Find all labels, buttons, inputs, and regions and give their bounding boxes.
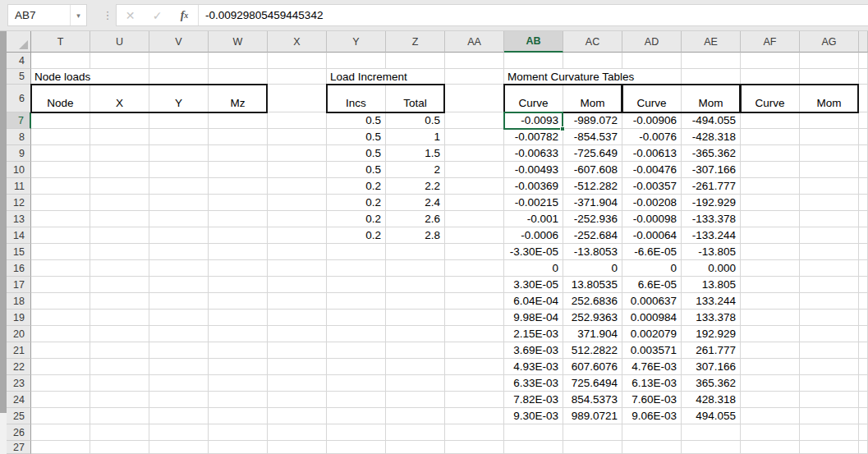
cell-AG21[interactable] (800, 342, 859, 359)
column-header-AE[interactable]: AE (682, 31, 741, 53)
cell-AF5[interactable] (741, 69, 800, 85)
cell-AD20[interactable]: 0.002079 (622, 326, 682, 342)
cell-AC7[interactable]: -989.072 (563, 112, 622, 129)
row-header-19[interactable]: 19 (7, 310, 31, 326)
cell-X26[interactable] (268, 424, 327, 441)
cell-U27[interactable] (90, 441, 149, 454)
cell-W26[interactable] (209, 424, 268, 441)
cell-AD21[interactable]: 0.003571 (622, 342, 682, 359)
cell-partial17[interactable] (859, 277, 868, 293)
cell-T12[interactable] (31, 195, 90, 211)
cell-X17[interactable] (268, 277, 327, 293)
moment_curvature-header-mom-AC[interactable]: Mom (563, 85, 622, 112)
cell-T18[interactable] (31, 293, 90, 310)
column-header-Y[interactable]: Y (327, 31, 386, 53)
cell-AA21[interactable] (445, 342, 504, 359)
cell-partial6[interactable] (859, 85, 868, 112)
cell-AA17[interactable] (445, 277, 504, 293)
cell-AC16[interactable]: 0 (563, 260, 622, 277)
cell-AD7[interactable]: -0.00906 (622, 112, 682, 129)
cell-AA25[interactable] (445, 408, 504, 424)
cell-AC18[interactable]: 252.6836 (563, 293, 622, 310)
cell-V26[interactable] (149, 424, 209, 441)
cell-X19[interactable] (268, 310, 327, 326)
cell-Z20[interactable] (386, 326, 445, 342)
cell-AG26[interactable] (800, 424, 859, 441)
cell-V13[interactable] (149, 211, 209, 227)
cell-V25[interactable] (149, 408, 209, 424)
cell-AC11[interactable]: -512.282 (563, 178, 622, 195)
cell-AF14[interactable] (741, 227, 800, 244)
cell-Y23[interactable] (327, 375, 386, 392)
cell-AE20[interactable]: 192.929 (682, 326, 741, 342)
cell-AF10[interactable] (741, 162, 800, 178)
cell-T4[interactable] (31, 53, 90, 69)
cell-AD4[interactable] (622, 53, 682, 69)
cell-X5[interactable] (268, 69, 327, 85)
cell-Z12[interactable]: 2.4 (386, 195, 445, 211)
cell-AB16[interactable]: 0 (504, 260, 563, 277)
cell-W17[interactable] (209, 277, 268, 293)
row-header-4[interactable]: 4 (7, 53, 31, 69)
cell-AG19[interactable] (800, 310, 859, 326)
cell-Z19[interactable] (386, 310, 445, 326)
row-header-24[interactable]: 24 (7, 392, 31, 408)
cell-Y14[interactable]: 0.2 (327, 227, 386, 244)
cell-X21[interactable] (268, 342, 327, 359)
row-header-18[interactable]: 18 (7, 293, 31, 310)
cell-AC24[interactable]: 854.5373 (563, 392, 622, 408)
column-header-AG[interactable]: AG (800, 31, 859, 53)
column-header-W[interactable]: W (209, 31, 268, 53)
cell-U15[interactable] (90, 244, 149, 260)
cell-V7[interactable] (149, 112, 209, 129)
cell-AF24[interactable] (741, 392, 800, 408)
cell-U8[interactable] (90, 129, 149, 145)
cell-W20[interactable] (209, 326, 268, 342)
cell-AE4[interactable] (682, 53, 741, 69)
moment_curvature-header-curve-AD[interactable]: Curve (622, 85, 682, 112)
cell-AG24[interactable] (800, 392, 859, 408)
cell-W15[interactable] (209, 244, 268, 260)
row-header-7[interactable]: 7 (7, 112, 31, 129)
cell-V19[interactable] (149, 310, 209, 326)
cell-X22[interactable] (268, 359, 327, 375)
row-header-26[interactable]: 26 (7, 424, 31, 441)
cell-W14[interactable] (209, 227, 268, 244)
cell-Y26[interactable] (327, 424, 386, 441)
cell-AF26[interactable] (741, 424, 800, 441)
cell-AC21[interactable]: 512.2822 (563, 342, 622, 359)
cell-U22[interactable] (90, 359, 149, 375)
cell-AE22[interactable]: 307.166 (682, 359, 741, 375)
cell-partial12[interactable] (859, 195, 868, 211)
cell-AF23[interactable] (741, 375, 800, 392)
cell-AA19[interactable] (445, 310, 504, 326)
select-all-corner[interactable] (7, 31, 31, 53)
cell-AF9[interactable] (741, 145, 800, 162)
cell-AG14[interactable] (800, 227, 859, 244)
row-header-12[interactable]: 12 (7, 195, 31, 211)
cell-V11[interactable] (149, 178, 209, 195)
cell-AG9[interactable] (800, 145, 859, 162)
cell-AE24[interactable]: 428.318 (682, 392, 741, 408)
cell-partial19[interactable] (859, 310, 868, 326)
cell-AA7[interactable] (445, 112, 504, 129)
cell-V22[interactable] (149, 359, 209, 375)
cell-Y21[interactable] (327, 342, 386, 359)
cell-AF25[interactable] (741, 408, 800, 424)
cell-AG20[interactable] (800, 326, 859, 342)
cell-Z22[interactable] (386, 359, 445, 375)
cell-AB9[interactable]: -0.00633 (504, 145, 563, 162)
cell-U14[interactable] (90, 227, 149, 244)
cell-Y19[interactable] (327, 310, 386, 326)
cell-AF7[interactable] (741, 112, 800, 129)
cell-T14[interactable] (31, 227, 90, 244)
cell-Y9[interactable]: 0.5 (327, 145, 386, 162)
cell-Y24[interactable] (327, 392, 386, 408)
insert-function-icon[interactable]: fx (171, 5, 198, 25)
cell-U5[interactable] (90, 69, 149, 85)
cell-AG16[interactable] (800, 260, 859, 277)
cell-AD14[interactable]: -0.00064 (622, 227, 682, 244)
cell-AB19[interactable]: 9.98E-04 (504, 310, 563, 326)
cell-AG11[interactable] (800, 178, 859, 195)
cell-AE11[interactable]: -261.777 (682, 178, 741, 195)
